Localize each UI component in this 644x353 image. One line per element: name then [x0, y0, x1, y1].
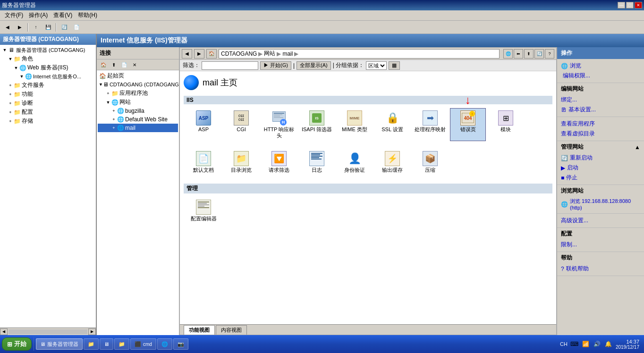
icon-config-editor[interactable]: 配置编辑器 — [186, 197, 221, 224]
minimize-button[interactable]: — — [618, 2, 625, 8]
icon-req-filter[interactable]: 🔽 请求筛选 — [261, 149, 297, 176]
taskbar-item-docs[interactable]: 📁 — [114, 338, 129, 350]
addr-icon-1[interactable]: 🌐 — [503, 49, 513, 59]
right-action-view-apps[interactable]: 查看应用程序 — [561, 119, 640, 129]
menu-file[interactable]: 文件(F) — [2, 10, 26, 20]
connect-tree-bugzilla[interactable]: + 🌐 bugzilla — [98, 107, 178, 115]
filter-input[interactable] — [202, 61, 258, 70]
start-icon: ⊞ — [7, 341, 12, 348]
right-action-browse[interactable]: 🌐 浏览 — [561, 61, 640, 71]
connect-btn-2[interactable]: ⬆ — [109, 60, 119, 69]
view-toggle-btn[interactable]: ▦ — [389, 61, 400, 70]
right-section-edit-website: 编辑网站 绑定... 🖹 基本设置... — [557, 83, 644, 117]
scroll-left[interactable]: ◀ — [0, 328, 8, 335]
icon-log[interactable]: 日志 — [299, 149, 335, 176]
title-bar-title: 服务器管理器 — [2, 1, 36, 9]
taskbar-item-ie[interactable]: 🌐 — [157, 338, 172, 350]
nav-back[interactable]: ◀ — [182, 49, 192, 59]
menu-action[interactable]: 操作(A) — [26, 10, 51, 20]
right-action-start[interactable]: ▶ 启动 — [561, 163, 640, 173]
tree-roles[interactable]: ▼ 📁 角色 — [1, 54, 95, 63]
addr-icon-4[interactable]: 🔄 — [534, 49, 544, 59]
icon-http-resp[interactable]: H HTTP 响应标头 — [261, 108, 297, 141]
connect-tree-mail[interactable]: + 🌐 mail — [98, 124, 178, 132]
start-button[interactable]: ⊞ 开始 — [2, 337, 32, 351]
menu-help[interactable]: 帮助(H) — [75, 10, 100, 20]
browse-ip-icon: 🌐 — [561, 201, 568, 208]
icon-asp[interactable]: ASP ASP — [186, 108, 221, 141]
tree-servermanager[interactable]: ▼ 🖥 服务器管理器 (CDTAOGANG) — [1, 46, 95, 54]
filter-show-all-btn[interactable]: 全部显示(A) — [297, 61, 331, 70]
menu-view[interactable]: 查看(V) — [51, 10, 75, 20]
tab-feature-view[interactable]: 功能视图 — [184, 325, 215, 335]
toolbar-refresh[interactable]: 🔄 — [59, 22, 70, 33]
icon-mime[interactable]: MIME MIME 类型 — [337, 108, 373, 141]
filter-start-btn[interactable]: ▶ 开始(G) — [260, 61, 291, 70]
toolbar-save[interactable]: 💾 — [42, 22, 54, 33]
right-action-stop[interactable]: ■ 停止 — [561, 173, 640, 183]
tree-iis[interactable]: ▼ 🌐 Internet 信息服务O... — [1, 72, 95, 81]
connect-btn-4[interactable]: ✕ — [130, 60, 139, 69]
connect-tree-home[interactable]: 🏠 起始页 — [98, 71, 178, 80]
close-button[interactable]: ✕ — [635, 2, 642, 8]
connect-tree-default[interactable]: + 🌐 Default Web Site — [98, 115, 178, 124]
tree-file-service[interactable]: + 📁 文件服务 — [1, 81, 95, 90]
right-action-advanced[interactable]: 高级设置... — [561, 216, 640, 226]
page-globe-icon — [184, 75, 199, 90]
icon-ssl[interactable]: 🔒 SSL 设置 — [374, 108, 410, 141]
addr-icon-5[interactable]: ? — [545, 49, 554, 59]
toolbar-forward[interactable]: ▶ — [14, 22, 25, 33]
icon-dir-browse[interactable]: 📁 目录浏览 — [223, 149, 259, 176]
right-action-basic-settings[interactable]: 🖹 基本设置... — [561, 105, 640, 115]
addr-icon-2[interactable]: ⬅ — [514, 49, 523, 59]
taskbar-server-manager[interactable]: 🖥 服务器管理器 — [36, 338, 83, 350]
nav-home[interactable]: 🏠 — [206, 49, 217, 59]
icon-handler[interactable]: ➡ 处理程序映射 — [412, 108, 448, 141]
group-by-select[interactable]: 区域 — [366, 61, 387, 70]
tree-web-server[interactable]: ▼ 🌐 Web 服务器(IIS) — [1, 63, 95, 72]
connect-tree-root[interactable]: ▼ 🖥 CDTAOGANG (CDTAOGANG\Ad... — [98, 80, 178, 89]
icon-cgi[interactable]: CGI CGI CGI — [223, 108, 259, 141]
toolbar-new[interactable]: 📄 — [71, 22, 82, 33]
toolbar-back[interactable]: ◀ — [2, 22, 13, 33]
icon-error[interactable]: ↓ 404 ! 错误页 — [450, 108, 486, 141]
icon-isapi[interactable]: IS ISAPI 筛选器 — [299, 108, 335, 141]
filter-bar: 筛选： ▶ 开始(G) | 全部显示(A) | 分组依据： 区域 ▦ — [180, 60, 556, 71]
taskbar-item-folder[interactable]: 📁 — [84, 338, 99, 350]
taskbar-item-cmd[interactable]: ⬛ cmd — [130, 338, 156, 350]
icon-default-doc[interactable]: 📄 默认文档 — [186, 149, 221, 176]
icon-auth[interactable]: 👤 身份验证 — [337, 149, 373, 176]
connect-tree-apppool[interactable]: + 📁 应用程序池 — [98, 89, 178, 98]
toolbar-up[interactable]: ↑ — [30, 22, 42, 33]
right-action-bind[interactable]: 绑定... — [561, 95, 640, 105]
addr-icon-3[interactable]: ⬆ — [524, 49, 534, 59]
connect-btn-3[interactable]: 📄 — [119, 60, 129, 69]
nav-forward[interactable]: ▶ — [194, 49, 204, 59]
icon-module[interactable]: ⊞ 模块 — [488, 108, 524, 141]
connect-tree-sites[interactable]: ▼ 🌐 网站 — [98, 98, 178, 107]
cgi-label: CGI — [237, 126, 246, 133]
scroll-right[interactable]: ▶ — [88, 328, 96, 335]
tab-content-view[interactable]: 内容视图 — [216, 325, 247, 335]
error-icon: 404 ! — [460, 110, 475, 126]
right-action-view-vdirs[interactable]: 查看虚拟目录 — [561, 129, 640, 139]
right-action-browse-ip[interactable]: 🌐 浏览 192.168.88.128:8080 (http) — [561, 197, 640, 211]
mime-label: MIME 类型 — [342, 126, 367, 133]
tree-storage[interactable]: + 📁 存储 — [1, 117, 95, 126]
taskbar-item-computer[interactable]: 🖥 — [100, 338, 113, 350]
connect-btn-1[interactable]: 🏠 — [99, 60, 108, 69]
icon-output-cache[interactable]: ⚡ 输出缓存 — [374, 149, 410, 176]
compress-icon: 📦 — [423, 151, 438, 166]
tree-diagnostics[interactable]: + 📁 诊断 — [1, 99, 95, 108]
asp-icon: ASP — [196, 110, 211, 126]
main-right-area: Internet 信息服务 (IIS)管理器 连接 🏠 ⬆ 📄 ✕ 🏠 起始页 — [97, 34, 644, 335]
icon-compress[interactable]: 📦 压缩 — [412, 149, 448, 176]
right-action-edit-perms[interactable]: 编辑权限... — [561, 71, 640, 81]
restore-button[interactable]: □ — [626, 2, 634, 8]
right-action-restart[interactable]: 🔄 重新启动 — [561, 153, 640, 163]
right-action-limit[interactable]: 限制... — [561, 240, 640, 250]
tree-features[interactable]: + 📁 功能 — [1, 90, 95, 99]
tree-config[interactable]: + 📁 配置 — [1, 108, 95, 117]
right-action-online-help[interactable]: ? 联机帮助 — [561, 264, 640, 274]
taskbar-item-photo[interactable]: 📷 — [173, 338, 188, 350]
